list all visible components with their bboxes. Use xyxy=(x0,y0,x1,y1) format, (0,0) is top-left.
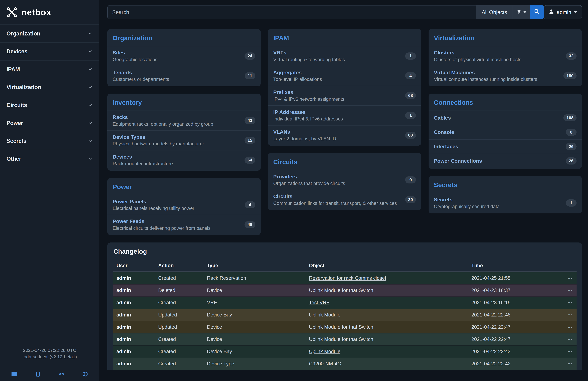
sidebar-item-devices[interactable]: Devices xyxy=(0,43,99,61)
card-item-power-feeds: Power Feeds Electrical circuits deliveri… xyxy=(107,215,261,235)
cables-link[interactable]: Cables xyxy=(434,115,451,121)
count-badge[interactable]: 0 xyxy=(566,129,577,136)
table-row: admin Created Device Uplink Module for t… xyxy=(113,333,577,346)
power-feeds-link[interactable]: Power Feeds xyxy=(113,218,210,224)
interfaces-link[interactable]: Interfaces xyxy=(434,144,458,150)
cell-menu: ⋯ xyxy=(551,346,577,358)
api-braces-icon[interactable]: {} xyxy=(35,371,41,377)
count-badge[interactable]: 48 xyxy=(245,221,255,228)
card-item-aggregates: Aggregates Top-level IP allocations 4 xyxy=(268,66,421,86)
count-badge[interactable]: 32 xyxy=(566,52,577,60)
virtual-machines-link[interactable]: Virtual Machines xyxy=(434,69,537,75)
search-icon xyxy=(534,9,540,16)
table-row: admin Created Device Type C9200-NM-4G 20… xyxy=(113,358,577,370)
card-item-ip-addresses: IP Addresses Individual IPv4 & IPv6 addr… xyxy=(268,105,421,125)
search-input[interactable] xyxy=(107,5,476,20)
secrets-link[interactable]: Secrets xyxy=(434,197,500,202)
filter-dropdown-button[interactable] xyxy=(513,5,530,20)
source-code-icon[interactable]: <> xyxy=(59,371,64,377)
count-badge[interactable]: 64 xyxy=(245,157,255,164)
cell-type: Device Bay xyxy=(203,346,305,358)
object-type-select[interactable]: All Objects xyxy=(476,5,512,20)
chevron-down-icon xyxy=(87,120,93,126)
cell-user: admin xyxy=(113,309,154,321)
sidebar-item-other[interactable]: Other xyxy=(0,150,99,168)
row-actions-button[interactable]: ⋯ xyxy=(567,300,573,306)
object-link[interactable]: Reservation for rack Comms closet xyxy=(309,275,386,281)
sidebar-nav: Organization Devices IPAM Virtualization… xyxy=(0,24,99,168)
row-actions-button[interactable]: ⋯ xyxy=(567,337,573,342)
row-actions-button[interactable]: ⋯ xyxy=(567,361,573,367)
count-badge[interactable]: 9 xyxy=(405,176,416,183)
object-link[interactable]: Uplink Module for that Switch xyxy=(309,288,373,293)
vlans-link[interactable]: VLANs xyxy=(273,129,336,135)
count-badge[interactable]: 4 xyxy=(405,72,416,79)
count-badge[interactable]: 4 xyxy=(245,201,255,208)
circuits-link[interactable]: Circuits xyxy=(273,193,397,199)
cell-type: Device xyxy=(203,284,305,297)
item-desc: Rack-mounted infrastructure xyxy=(113,161,173,166)
user-menu-button[interactable]: admin xyxy=(544,5,582,20)
object-link[interactable]: C9200-NM-4G xyxy=(309,361,341,366)
count-badge[interactable]: 1 xyxy=(566,199,577,206)
count-badge[interactable]: 1 xyxy=(405,112,416,119)
sidebar-item-organization[interactable]: Organization xyxy=(0,25,99,43)
sidebar-item-virtualization[interactable]: Virtualization xyxy=(0,78,99,96)
item-desc: Electrical circuits delivering power fro… xyxy=(113,225,210,231)
cell-menu: ⋯ xyxy=(551,309,577,321)
providers-link[interactable]: Providers xyxy=(273,174,345,180)
count-badge[interactable]: 108 xyxy=(563,114,577,121)
row-actions-button[interactable]: ⋯ xyxy=(567,288,573,293)
count-badge[interactable]: 180 xyxy=(563,72,577,79)
object-link[interactable]: Test VRF xyxy=(309,300,329,305)
cell-action: Created xyxy=(154,272,203,284)
item-text: Devices Rack-mounted infrastructure xyxy=(113,154,173,166)
sites-link[interactable]: Sites xyxy=(113,50,158,56)
console-link[interactable]: Console xyxy=(434,129,454,135)
row-actions-button[interactable]: ⋯ xyxy=(567,324,573,330)
count-badge[interactable]: 63 xyxy=(405,132,416,139)
docs-book-icon[interactable] xyxy=(11,371,17,377)
table-row: admin Updated Device Uplink Module for t… xyxy=(113,321,577,333)
power-panels-link[interactable]: Power Panels xyxy=(113,199,194,204)
count-badge[interactable]: 42 xyxy=(245,117,255,124)
sidebar-item-ipam[interactable]: IPAM xyxy=(0,61,99,78)
ip-addresses-link[interactable]: IP Addresses xyxy=(273,109,343,115)
sidebar-item-power[interactable]: Power xyxy=(0,114,99,132)
search-button[interactable] xyxy=(530,5,544,20)
item-desc: Organizations that provide circuits xyxy=(273,181,345,186)
card-title-organization: Organization xyxy=(107,34,261,46)
power-connections-link[interactable]: Power Connections xyxy=(434,158,482,164)
count-badge[interactable]: 68 xyxy=(405,92,416,99)
vrfs-link[interactable]: VRFs xyxy=(273,50,345,56)
object-link[interactable]: Uplink Module for that Switch xyxy=(309,336,373,342)
racks-link[interactable]: Racks xyxy=(113,114,213,120)
devices-link[interactable]: Devices xyxy=(113,154,173,160)
aggregates-link[interactable]: Aggregates xyxy=(273,69,322,75)
row-actions-button[interactable]: ⋯ xyxy=(567,275,573,281)
col-header-action: Action xyxy=(154,260,203,272)
object-link[interactable]: Uplink Module for that Switch xyxy=(309,324,373,330)
card-connections: Connections Cables 108 Console 0 xyxy=(429,93,582,169)
count-badge[interactable]: 1 xyxy=(405,52,416,60)
card-title-circuits: Circuits xyxy=(268,158,421,170)
object-link[interactable]: Uplink Module xyxy=(309,349,340,354)
prefixes-link[interactable]: Prefixes xyxy=(273,89,344,95)
object-link[interactable]: Uplink Module xyxy=(309,312,340,317)
count-badge[interactable]: 26 xyxy=(566,157,577,164)
count-badge[interactable]: 26 xyxy=(566,143,577,150)
col-header-object: Object xyxy=(305,260,467,272)
tenants-link[interactable]: Tenants xyxy=(113,69,169,75)
brand-home-link[interactable]: netbox xyxy=(0,0,99,24)
sidebar-item-circuits[interactable]: Circuits xyxy=(0,96,99,114)
count-badge[interactable]: 24 xyxy=(245,52,255,60)
count-badge[interactable]: 11 xyxy=(245,72,255,79)
community-globe-icon[interactable] xyxy=(82,371,88,377)
count-badge[interactable]: 15 xyxy=(245,137,255,144)
count-badge[interactable]: 30 xyxy=(405,196,416,203)
row-actions-button[interactable]: ⋯ xyxy=(567,312,573,318)
row-actions-button[interactable]: ⋯ xyxy=(567,349,573,354)
device-types-link[interactable]: Device Types xyxy=(113,134,204,140)
sidebar-item-secrets[interactable]: Secrets xyxy=(0,132,99,150)
clusters-link[interactable]: Clusters xyxy=(434,50,521,56)
